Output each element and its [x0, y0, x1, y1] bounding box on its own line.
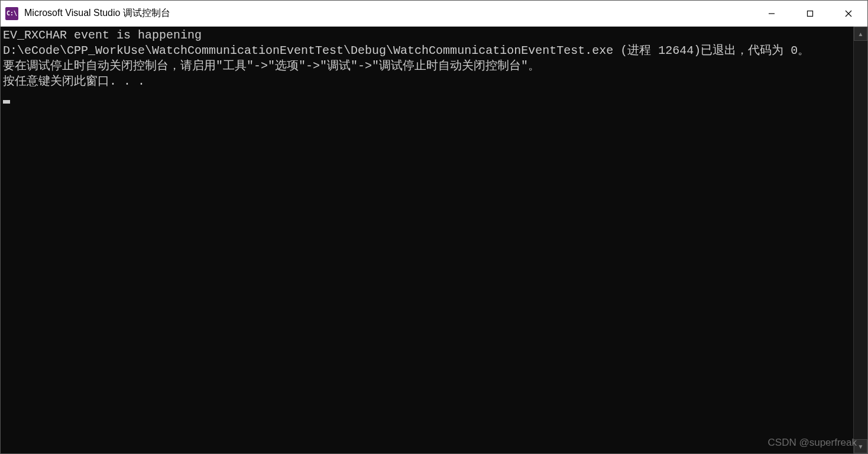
- console-area: EV_RXCHAR event is happening D:\eCode\CP…: [1, 27, 867, 453]
- minimize-button[interactable]: [752, 1, 791, 26]
- app-icon: C:\: [5, 7, 18, 20]
- svg-rect-1: [807, 11, 812, 16]
- window-controls: [752, 1, 867, 26]
- console-window: C:\ Microsoft Visual Studio 调试控制台 EV_RXC…: [0, 0, 868, 454]
- scroll-down-arrow-icon[interactable]: ▼: [854, 439, 867, 453]
- console-line: EV_RXCHAR event is happening: [3, 28, 202, 42]
- maximize-icon: [807, 10, 814, 17]
- console-line: D:\eCode\CPP_WorkUse\WatchCommunicationE…: [3, 44, 809, 57]
- console-line: 要在调试停止时自动关闭控制台，请启用"工具"->"选项"->"调试"->"调试停…: [3, 59, 540, 73]
- minimize-icon: [768, 10, 775, 17]
- close-icon: [845, 10, 852, 17]
- maximize-button[interactable]: [791, 1, 829, 26]
- scroll-track[interactable]: [854, 41, 867, 439]
- console-output[interactable]: EV_RXCHAR event is happening D:\eCode\CP…: [1, 27, 853, 453]
- vertical-scrollbar[interactable]: ▲ ▼: [853, 27, 867, 453]
- window-title: Microsoft Visual Studio 调试控制台: [24, 7, 752, 20]
- scroll-up-arrow-icon[interactable]: ▲: [854, 27, 867, 41]
- cursor: [3, 100, 10, 104]
- console-line: 按任意键关闭此窗口. . .: [3, 75, 145, 88]
- app-icon-text: C:\: [7, 10, 17, 17]
- close-button[interactable]: [829, 1, 867, 26]
- titlebar[interactable]: C:\ Microsoft Visual Studio 调试控制台: [1, 1, 867, 27]
